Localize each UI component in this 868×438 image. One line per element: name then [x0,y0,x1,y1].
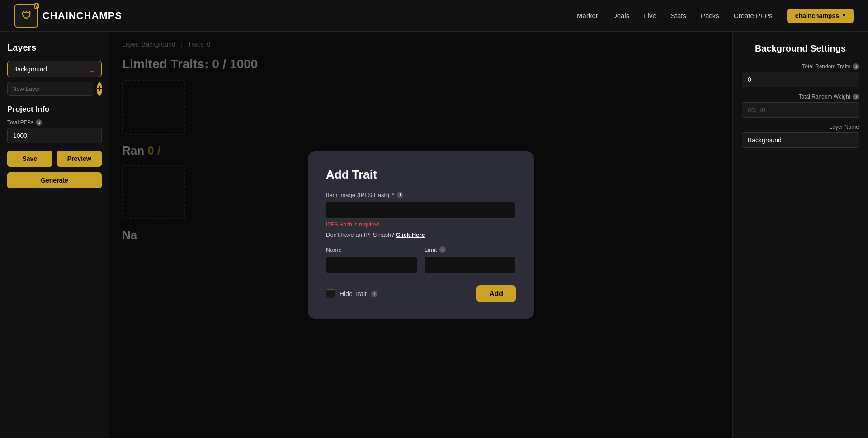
delete-layer-icon[interactable]: 🗑 [89,65,96,73]
total-pfps-input[interactable] [7,128,102,143]
layer-name-input[interactable] [742,132,859,148]
layer-background-item[interactable]: Background 🗑 [7,61,102,77]
ipfs-field-label: Item Image (IPFS Hash) * ℹ [326,192,516,198]
save-button[interactable]: Save [7,151,52,167]
ipfs-label-text: Item Image (IPFS Hash) [326,192,389,198]
generate-button[interactable]: Generate [7,172,102,188]
ipfs-required-star: * [392,192,394,198]
nav-market[interactable]: Market [577,12,598,19]
project-info-title: Project Info [7,105,102,114]
layer-name-label: Layer Name [830,124,859,130]
total-pfps-label: Total PFPs [7,119,33,126]
nav-create-pfps[interactable]: Create PFPs [734,12,773,19]
right-panel-title: Background Settings [742,42,859,54]
user-name-label: chainchampss [795,12,839,19]
ipfs-hash-input[interactable] [326,202,516,219]
ipfs-hint-link[interactable]: Click Here [396,231,425,238]
limit-field: Limit ℹ [425,246,516,276]
modal-bottom-row: Hide Trait ℹ Add [326,285,516,302]
name-label: Name [326,246,342,253]
save-preview-row: Save Preview [7,151,102,167]
layers-title: Layers [7,42,102,53]
preview-button[interactable]: Preview [57,151,102,167]
hide-trait-checkbox[interactable] [326,289,335,298]
logo-text: CHAINCHAMPS [42,10,122,22]
logo-shield-icon: 🛡 [21,10,31,22]
total-random-weight-label: Total Random Weight [798,94,850,100]
logo-badge: 🛡 [14,4,38,28]
nav-stats[interactable]: Stats [671,12,686,19]
layer-background-label: Background [13,66,47,73]
layer-name-label-row: Layer Name [742,124,859,130]
total-random-traits-label-row: Total Random Traits ℹ [742,63,859,70]
add-trait-modal: Add Trait Item Image (IPFS Hash) * ℹ IPF… [308,151,534,319]
nav-packs[interactable]: Packs [701,12,719,19]
sidebar: Layers Background 🗑 + Project Info Total… [0,32,109,438]
limit-field-label: Limit ℹ [425,246,516,253]
chevron-down-icon: ▾ [843,13,845,19]
ipfs-info-icon[interactable]: ℹ [397,192,403,198]
trait-name-input[interactable] [326,256,417,273]
main-area: Layers Background 🗑 + Project Info Total… [0,32,868,438]
name-limit-row: Name Limit ℹ [326,246,516,276]
total-random-traits-info-icon[interactable]: ℹ [853,63,859,70]
total-random-weight-input[interactable] [742,102,859,118]
user-menu-button[interactable]: chainchampss ▾ [787,9,854,23]
limit-label: Limit [425,246,437,253]
navbar-nav: Market Deals Live Stats Packs Create PFP… [577,9,854,23]
name-field-label: Name [326,246,417,253]
right-panel: Background Settings Total Random Traits … [732,32,868,438]
add-layer-button[interactable]: + [97,82,102,96]
hide-trait-info-icon[interactable]: ℹ [371,291,377,297]
limit-info-icon[interactable]: ℹ [439,246,446,253]
total-random-weight-info-icon[interactable]: ℹ [853,94,859,100]
new-layer-input[interactable] [7,82,93,96]
logo: 🛡 CHAINCHAMPS [14,4,122,28]
ipfs-hint-text: Don't have an IPFS hash? [326,231,394,238]
name-field: Name [326,246,417,276]
canvas-area: Layer: Background | Traits: 0 Limited Tr… [109,32,732,438]
nav-live[interactable]: Live [644,12,656,19]
hide-trait-label: Hide Trait [340,290,367,297]
total-random-weight-label-row: Total Random Weight ℹ [742,94,859,100]
nav-deals[interactable]: Deals [612,12,629,19]
add-trait-button[interactable]: Add [476,285,516,302]
ipfs-hint: Don't have an IPFS hash? Click Here [326,231,516,238]
total-pfps-label-row: Total PFPs ℹ [7,119,102,126]
modal-overlay: Add Trait Item Image (IPFS Hash) * ℹ IPF… [109,32,732,438]
modal-title: Add Trait [326,168,516,182]
hide-trait-row: Hide Trait ℹ [326,289,377,298]
total-pfps-info-icon[interactable]: ℹ [36,119,42,126]
new-layer-row: + [7,82,102,96]
total-random-traits-label: Total Random Traits [802,63,850,70]
ipfs-error-text: IPFS Hash is required. [326,221,516,228]
trait-limit-input[interactable] [425,256,516,273]
navbar: 🛡 CHAINCHAMPS Market Deals Live Stats Pa… [0,0,868,32]
total-random-traits-input[interactable] [742,72,859,87]
